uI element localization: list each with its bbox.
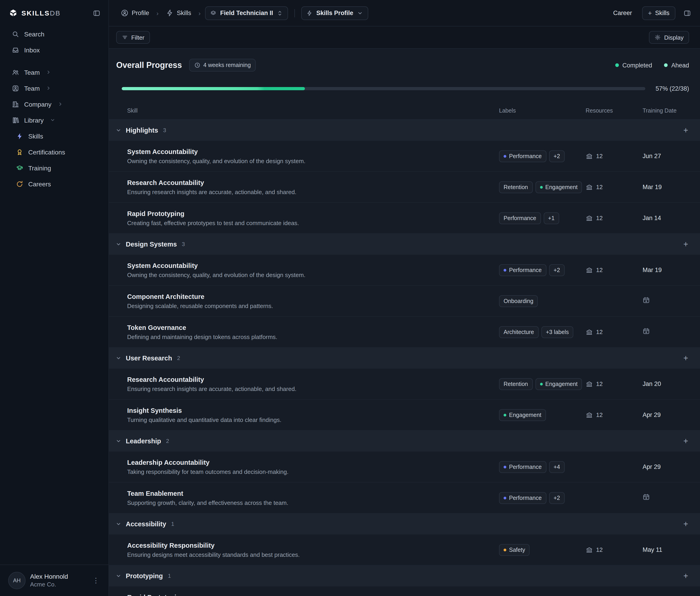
dots-vertical-icon: ⋮ [93, 576, 99, 584]
role-selector[interactable]: Field Technician II [205, 6, 288, 20]
section-add-skill-button[interactable]: + [681, 353, 690, 363]
skill-row[interactable]: Token GovernanceDefining and maintaining… [109, 317, 700, 348]
training-date-cell: May 11 [643, 546, 690, 553]
filter-button[interactable]: Filter [116, 31, 150, 44]
skill-row[interactable]: System AccountabilityOwning the consiste… [109, 141, 700, 172]
section-add-skill-button[interactable]: + [681, 436, 690, 446]
skill-row[interactable]: Rapid PrototypingCreating fast, effectiv… [109, 203, 700, 234]
sidebar-item-training[interactable]: Training [0, 160, 108, 176]
label-dot-icon [540, 382, 543, 385]
profile-avatar-icon [121, 9, 128, 17]
career-button[interactable]: Career [609, 7, 636, 19]
section-collapse-button[interactable] [115, 127, 122, 133]
skill-cell: Rapid PrototypingCreating fast, effectiv… [127, 210, 499, 226]
app-logo[interactable]: SKILLSDB [9, 9, 60, 17]
sidebar-item-team[interactable]: Team [0, 64, 108, 80]
skill-row[interactable]: Team EnablementSupporting growth, clarit… [109, 482, 700, 514]
section-collapse-button[interactable] [115, 438, 122, 444]
skill-row[interactable]: Research AccountabilityEnsuring research… [109, 172, 700, 203]
section-count: 3 [163, 127, 166, 133]
label-pill: Engagement [535, 181, 582, 193]
add-skills-button[interactable]: + Skills [642, 6, 675, 20]
section-add-skill-button[interactable]: + [681, 125, 690, 135]
user-org: Acme Co. [30, 581, 68, 589]
resources-cell: 12 [585, 328, 643, 336]
training-cap-icon [16, 164, 23, 172]
skills-bolt-icon [16, 132, 23, 140]
skill-row[interactable]: Rapid PrototypingCreating fast, effectiv… [109, 587, 700, 596]
skill-row[interactable]: Research AccountabilityEnsuring research… [109, 369, 700, 400]
training-date-cell: Apr 29 [643, 464, 690, 470]
skill-row[interactable]: Leadership AccountabilityTaking responsi… [109, 451, 700, 482]
breadcrumb-skills[interactable]: Skills [163, 9, 194, 17]
label-pill: Safety [499, 544, 530, 556]
skill-title: Team Enablement [127, 490, 499, 497]
sidebar-item-careers[interactable]: Careers [0, 176, 108, 192]
section-header[interactable]: Design Systems3+ [109, 234, 700, 255]
resources-cell: 12 [585, 411, 643, 419]
section-header[interactable]: User Research2+ [109, 348, 700, 369]
section-add-skill-button[interactable]: + [681, 239, 690, 249]
resources-count: 12 [596, 328, 603, 336]
sidebar-item-label: Careers [28, 180, 51, 188]
sidebar-item-inbox[interactable]: Inbox [0, 42, 108, 58]
calendar-plus-icon[interactable] [643, 494, 650, 501]
skill-cell: Team EnablementSupporting growth, clarit… [127, 490, 499, 506]
sidebar-item-certifications[interactable]: Certifications [0, 144, 108, 160]
sidebar-item-team-2[interactable]: Team [0, 80, 108, 96]
skill-row[interactable]: System AccountabilityOwning the consiste… [109, 255, 700, 286]
resources-cell: 12 [585, 546, 643, 553]
display-button[interactable]: Display [649, 31, 689, 44]
skill-description: Ensuring designs meet accessibility stan… [127, 551, 499, 558]
section-collapse-button[interactable] [115, 521, 122, 527]
calendar-plus-icon[interactable] [643, 297, 650, 304]
label-pill: Performance [499, 492, 546, 504]
skill-row[interactable]: Insight SynthesisTurning qualitative and… [109, 400, 700, 430]
sidebar-item-company[interactable]: Company [0, 96, 108, 112]
section-header[interactable]: Highlights3+ [109, 120, 700, 141]
section-add-skill-button[interactable]: + [681, 571, 690, 581]
user-menu[interactable]: AH Alex Honnold Acme Co. ⋮ [0, 565, 108, 596]
skill-title: Accessibility Responsibility [127, 542, 499, 549]
label-pill: Onboarding [499, 295, 538, 307]
skill-row[interactable]: Accessibility ResponsibilityEnsuring des… [109, 535, 700, 566]
section-add-skill-button[interactable]: + [681, 519, 690, 529]
section-collapse-button[interactable] [115, 241, 122, 247]
training-date-cell [643, 494, 690, 502]
resources-bank-icon [585, 328, 593, 336]
section-collapse-button[interactable] [115, 573, 122, 579]
label-dot-icon [540, 186, 543, 189]
filter-lines-icon [122, 34, 128, 41]
skill-description: Ensuring research insights are accurate,… [127, 385, 499, 392]
table-body: Highlights3+System AccountabilityOwning … [109, 120, 700, 596]
bolt-icon [306, 10, 312, 16]
section-count: 2 [177, 355, 180, 361]
section-header[interactable]: Leadership2+ [109, 430, 700, 451]
skill-row[interactable]: Component ArchitectureDesigning scalable… [109, 286, 700, 317]
resources-cell: 12 [585, 215, 643, 222]
chevron-right-icon [46, 85, 51, 91]
label-pill: Engagement [535, 378, 582, 390]
sidebar-item-library[interactable]: Library [0, 112, 108, 128]
right-panel-toggle-button[interactable] [682, 7, 693, 19]
breadcrumb-profile[interactable]: Profile [118, 9, 152, 17]
labels-cell: Performance+2 [499, 492, 585, 504]
section-collapse-button[interactable] [115, 355, 122, 361]
user-more-button[interactable]: ⋮ [90, 575, 102, 586]
view-selector[interactable]: Skills Profile [301, 6, 368, 20]
calendar-plus-icon[interactable] [643, 328, 650, 335]
sidebar-item-search[interactable]: Search [0, 26, 108, 42]
search-icon [12, 30, 19, 38]
sidebar-item-skills[interactable]: Skills [0, 128, 108, 144]
skill-description: Creating fast, effective prototypes to t… [127, 219, 499, 226]
skill-description: Ensuring research insights are accurate,… [127, 189, 499, 195]
sidebar-collapse-button[interactable] [91, 7, 102, 19]
skill-description: Designing scalable, reusable components … [127, 302, 499, 309]
resources-bank-icon [585, 546, 593, 553]
labels-cell: RetentionEngagement [499, 378, 585, 390]
resources-cell: 12 [585, 183, 643, 191]
section-title: Accessibility [126, 520, 166, 528]
section-header[interactable]: Prototyping1+ [109, 566, 700, 587]
section-header[interactable]: Accessibility1+ [109, 514, 700, 535]
training-date-cell [643, 328, 690, 336]
